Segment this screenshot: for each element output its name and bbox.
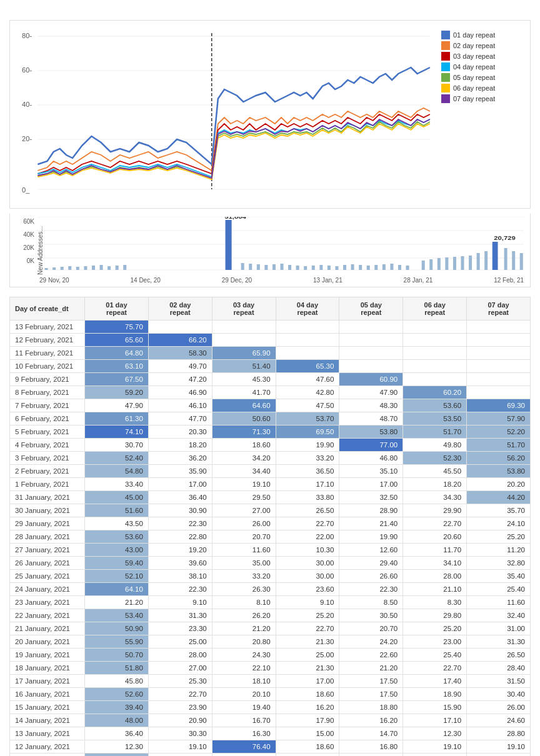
table-cell-v6: 29.90	[403, 504, 467, 517]
table-cell-v7: 32.40	[467, 609, 531, 622]
svg-text:20-: 20-	[22, 135, 32, 142]
table-cell-v4: 26.50	[276, 504, 339, 517]
table-row: 27 January, 202143.0019.2011.6010.3012.6…	[10, 544, 531, 557]
table-row: 6 February, 202161.3047.7050.6053.7048.7…	[10, 412, 531, 425]
table-cell-date: 15 January, 2021	[10, 701, 85, 714]
svg-text:60-: 60-	[22, 66, 32, 74]
table-cell-v6	[403, 347, 467, 360]
table-cell-v6: 21.10	[403, 583, 467, 596]
svg-rect-52	[429, 259, 432, 270]
table-cell-date: 10 February, 2021	[10, 360, 85, 373]
table-cell-v1: 47.90	[85, 399, 149, 412]
table-row: 8 February, 202159.2046.9041.7042.8047.9…	[10, 386, 531, 399]
table-cell-v1: 55.90	[85, 635, 149, 649]
bar-chart-svg: 51,804	[37, 217, 524, 273]
table-cell-v5: 16.80	[339, 740, 403, 754]
svg-rect-18	[61, 267, 64, 270]
table-cell-v2	[148, 321, 212, 334]
table-cell-v3: 27.00	[212, 504, 276, 517]
table-cell-v3: 19.40	[212, 701, 276, 714]
table-row: 10 February, 202163.1049.7051.4065.30	[10, 360, 531, 373]
table-row: 7 February, 202147.9046.1064.6047.5048.3…	[10, 399, 531, 412]
svg-rect-21	[84, 266, 87, 270]
table-cell-v6	[403, 321, 467, 334]
table-cell-v4: 65.30	[276, 360, 339, 373]
table-cell-v7: 26.00	[467, 701, 531, 714]
bar-chart-section: 60K 40K 20K 0K	[9, 214, 531, 287]
table-cell-v7: 28.40	[467, 662, 531, 675]
table-cell-v5: 21.40	[339, 517, 403, 530]
svg-rect-32	[264, 265, 268, 270]
table-cell-v6: 60.20	[403, 386, 467, 399]
table-cell-v2: 30.30	[148, 727, 212, 740]
table-row: 21 January, 202150.9023.3021.2022.7020.7…	[10, 622, 531, 635]
table-cell-v1: 64.80	[85, 347, 149, 360]
table-cell-v2: 28.00	[148, 649, 212, 662]
table-row: 4 February, 202130.7018.2018.6019.9077.0…	[10, 439, 531, 452]
svg-rect-43	[351, 264, 354, 270]
svg-rect-25	[116, 266, 119, 270]
table-cell-v5	[339, 321, 403, 334]
legend-item-label: 01 day repeat	[453, 31, 495, 39]
table-cell-v4: 9.10	[276, 596, 339, 609]
table-cell-v2: 47.70	[148, 412, 212, 425]
table-cell-v3: 20.80	[212, 635, 276, 649]
table-cell-v7: 24.10	[467, 517, 531, 530]
table-row: 14 January, 202148.0020.9016.7017.9016.2…	[10, 714, 531, 727]
th-07: 07 dayrepeat	[467, 297, 531, 321]
table-cell-v1: 30.70	[85, 439, 149, 452]
table-cell-v3: 8.10	[212, 596, 276, 609]
svg-rect-24	[108, 266, 111, 270]
table-row: 24 January, 202164.1022.3026.3023.6022.3…	[10, 583, 531, 596]
legend-color-box	[441, 31, 450, 39]
table-cell-v7: 30.40	[467, 688, 531, 701]
table-row: 12 January, 202112.3019.1076.4018.6016.8…	[10, 740, 531, 754]
table-row: 17 January, 202145.8025.3018.1017.0017.5…	[10, 675, 531, 688]
table-cell-v5: 60.90	[339, 373, 403, 386]
svg-rect-17	[52, 267, 56, 270]
svg-rect-39	[319, 265, 322, 270]
svg-rect-22	[92, 266, 95, 270]
table-cell-v3: 26.20	[212, 609, 276, 622]
table-cell-v2: 35.90	[148, 465, 212, 478]
table-cell-v3: 21.20	[212, 622, 276, 635]
table-cell-v2: 46.90	[148, 386, 212, 399]
table-row: 29 January, 202143.5022.3026.0022.7021.4…	[10, 517, 531, 530]
table-cell-v4	[276, 347, 339, 360]
table-cell-v2: 22.30	[148, 583, 212, 596]
table-cell-v4: 33.80	[276, 491, 339, 504]
table-cell-date: 23 January, 2021	[10, 596, 85, 609]
table-cell-v6: 15.90	[403, 701, 467, 714]
table-cell-v3: 50.60	[212, 412, 276, 425]
table-row: 2 February, 202154.8035.9034.4036.5035.1…	[10, 465, 531, 478]
main-chart-canvas: 80- 60- 40- 20- 0_	[19, 27, 436, 202]
table-cell-v7: 32.80	[467, 557, 531, 570]
legend-item: 01 day repeat	[441, 31, 524, 39]
table-row: 11 January, 202152.8025.7028.2025.1020.6…	[10, 754, 531, 757]
svg-rect-23	[100, 265, 103, 270]
table-cell-v3: 24.30	[212, 649, 276, 662]
legend-item: 06 day repeat	[441, 84, 524, 92]
table-cell-v7: 51.70	[467, 439, 531, 452]
table-row: 13 February, 202175.70	[10, 321, 531, 334]
table-cell-v4: 22.00	[276, 530, 339, 544]
table-cell-v5: 22.30	[339, 583, 403, 596]
table-cell-v6	[403, 373, 467, 386]
table-cell-date: 31 January, 2021	[10, 491, 85, 504]
table-cell-v4: 42.80	[276, 386, 339, 399]
table-cell-date: 1 February, 2021	[10, 478, 85, 491]
table-cell-v1: 12.30	[85, 740, 149, 754]
table-cell-v1: 74.10	[85, 425, 149, 439]
table-row: 18 January, 202151.8027.0022.1021.3021.2…	[10, 662, 531, 675]
table-cell-v4: 36.50	[276, 465, 339, 478]
table-cell-v1: 50.70	[85, 649, 149, 662]
table-cell-v1: 53.60	[85, 530, 149, 544]
legend-item: 07 day repeat	[441, 94, 524, 103]
table-cell-date: 14 January, 2021	[10, 714, 85, 727]
table-cell-v6: 51.70	[403, 425, 467, 439]
table-cell-v7: 35.40	[467, 570, 531, 583]
table-cell-v5: 32.50	[339, 491, 403, 504]
table-cell-v1: 21.20	[85, 596, 149, 609]
table-cell-v6: 17.10	[403, 714, 467, 727]
table-cell-v2: 49.70	[148, 360, 212, 373]
